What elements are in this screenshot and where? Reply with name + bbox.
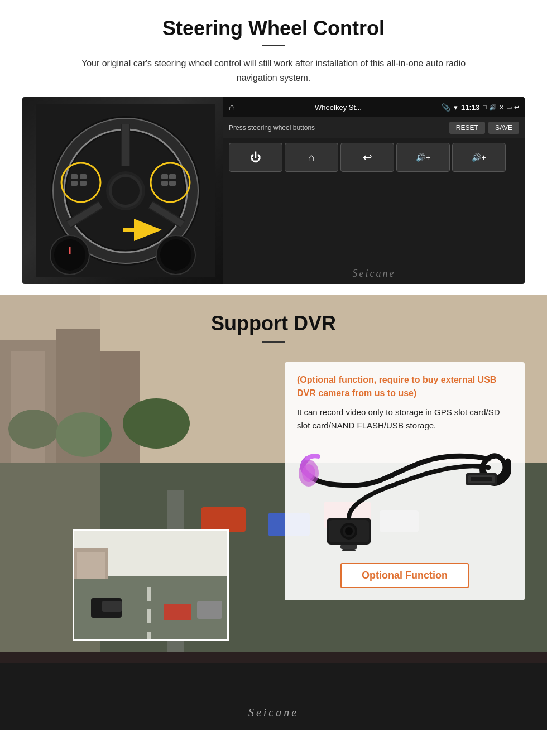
key-vol-down[interactable]: 🔊+ [452, 143, 506, 172]
svg-rect-18 [80, 174, 87, 179]
svg-rect-25 [123, 228, 135, 232]
key-back[interactable]: ↩ [340, 143, 394, 172]
volume-icon: 🔊 [489, 104, 497, 111]
dvr-inset-photo [73, 529, 229, 641]
svg-rect-21 [169, 174, 176, 179]
dvr-title: Support DVR [0, 312, 547, 335]
steering-image-container: ⌂ Wheelkey St... 📎 ▾ 11:13 □ 🔊 ✕ ▭ ↩ Pre… [22, 97, 525, 284]
svg-rect-49 [0, 652, 547, 663]
key-home[interactable]: ⌂ [285, 143, 338, 172]
android-ui-panel: ⌂ Wheelkey St... 📎 ▾ 11:13 □ 🔊 ✕ ▭ ↩ Pre… [223, 97, 525, 284]
controls-hint: Press steering wheel buttons [229, 124, 315, 132]
dvr-optional-text: (Optional function, require to buy exter… [297, 373, 512, 400]
camera-icon: □ [483, 104, 487, 111]
svg-rect-58 [164, 604, 191, 620]
svg-rect-48 [0, 658, 547, 730]
save-button[interactable]: SAVE [488, 122, 519, 134]
svg-point-27 [54, 239, 85, 271]
svg-rect-55 [147, 632, 151, 641]
dvr-section: Support DVR (Optional function, require … [0, 295, 547, 730]
dvr-seicane: Seicane [0, 706, 547, 719]
steering-title: Steering Wheel Control [22, 17, 525, 40]
svg-rect-59 [197, 601, 222, 619]
steering-subtitle: Your original car's steering wheel contr… [61, 56, 486, 85]
steering-wheel-svg [36, 104, 215, 277]
key-power[interactable]: ⏻ [229, 143, 282, 172]
back-icon: ↩ [514, 104, 519, 111]
svg-rect-57 [102, 601, 122, 612]
wifi-icon: ▾ [454, 103, 458, 112]
svg-rect-61 [77, 552, 105, 579]
svg-rect-53 [147, 587, 151, 601]
steering-section: Steering Wheel Control Your original car… [0, 0, 547, 295]
spacer [223, 176, 525, 263]
svg-rect-19 [80, 181, 87, 186]
svg-point-13 [112, 177, 140, 205]
dvr-title-area: Support DVR [0, 295, 547, 353]
svg-point-68 [345, 527, 353, 535]
dvr-inset-svg [74, 531, 229, 641]
svg-point-30 [160, 239, 191, 271]
svg-point-63 [302, 464, 315, 482]
home-icon: ⌂ [229, 102, 235, 113]
steering-wheel-bg [22, 97, 229, 284]
android-controls-bar: Press steering wheel buttons RESET SAVE [223, 117, 525, 138]
svg-rect-73 [471, 477, 492, 481]
android-key-buttons-grid: ⏻ ⌂ ↩ 🔊+ 🔊+ [223, 138, 525, 176]
usb-icon: 📎 [442, 103, 450, 112]
svg-rect-70 [342, 549, 356, 551]
android-statusbar: ⌂ Wheelkey St... 📎 ▾ 11:13 □ 🔊 ✕ ▭ ↩ [223, 97, 525, 117]
x-icon: ✕ [499, 104, 504, 111]
svg-point-38 [123, 398, 190, 449]
svg-rect-54 [147, 609, 151, 623]
steering-divider [262, 45, 285, 46]
svg-rect-43 [201, 507, 246, 532]
reset-button[interactable]: RESET [449, 122, 485, 134]
status-icons: □ 🔊 ✕ ▭ ↩ [483, 104, 519, 111]
svg-rect-16 [71, 174, 78, 179]
key-vol-up[interactable]: 🔊+ [396, 143, 450, 172]
svg-rect-23 [169, 181, 176, 186]
svg-rect-17 [71, 181, 78, 186]
controls-btn-group: RESET SAVE [449, 122, 519, 134]
dvr-camera-svg [299, 445, 511, 551]
svg-rect-69 [340, 545, 357, 549]
dvr-info-card: (Optional function, require to buy exter… [285, 362, 525, 600]
dvr-divider [262, 341, 285, 343]
optional-function-button[interactable]: Optional Function [340, 563, 469, 588]
svg-rect-22 [161, 181, 168, 186]
dvr-camera-image [297, 442, 512, 554]
steering-seicane: Seicane [223, 263, 525, 284]
android-app-title: Wheelkey St... [238, 103, 438, 112]
android-time: 11:13 [461, 103, 479, 112]
svg-rect-40 [167, 490, 184, 535]
dvr-description: It can record video only to storage in G… [297, 406, 512, 432]
svg-rect-20 [161, 174, 168, 179]
screen-icon: ▭ [506, 104, 512, 111]
